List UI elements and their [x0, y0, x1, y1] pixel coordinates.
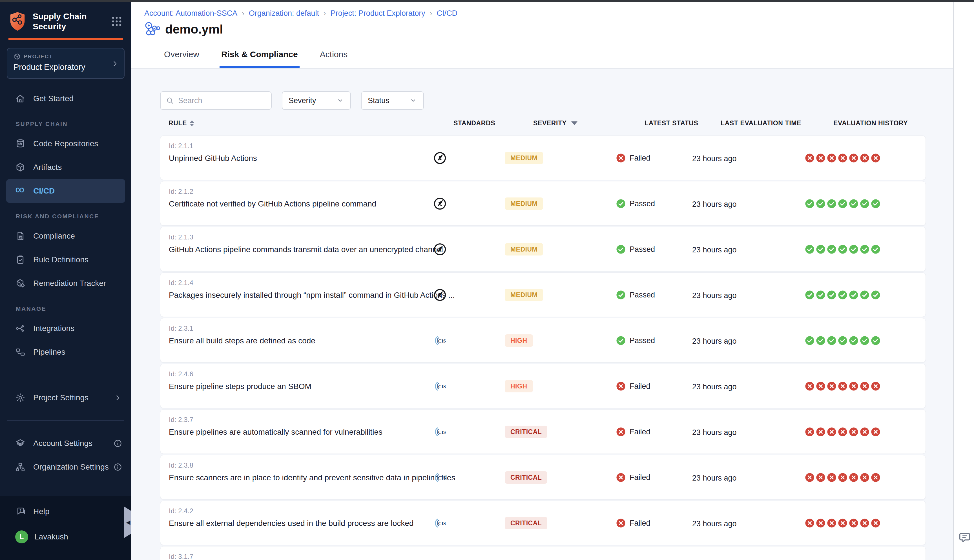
passed-icon[interactable] [849, 199, 859, 208]
passed-icon[interactable] [827, 245, 836, 254]
failed-icon[interactable] [805, 382, 814, 391]
sidebar-item-ci-cd[interactable]: ∞CI/CD [6, 179, 125, 203]
table-row[interactable]: Id: 2.1.3GitHub Actions pipeline command… [160, 227, 926, 271]
passed-icon[interactable] [816, 290, 826, 300]
sidebar-item-pipelines[interactable]: Pipelines [6, 340, 125, 364]
passed-icon[interactable] [816, 199, 826, 208]
failed-icon[interactable] [860, 153, 869, 163]
sidebar-item-integrations[interactable]: Integrations [6, 317, 125, 340]
passed-icon[interactable] [871, 199, 881, 208]
failed-icon[interactable] [871, 518, 881, 528]
failed-icon[interactable] [827, 473, 836, 482]
table-row[interactable]: Id: 3.1.7CISCRITICALFailed23 hours ago [160, 546, 926, 560]
failed-icon[interactable] [827, 382, 836, 391]
table-row[interactable]: Id: 2.4.6Ensure pipeline steps produce a… [160, 364, 926, 408]
failed-icon[interactable] [838, 473, 847, 482]
passed-icon[interactable] [860, 336, 869, 345]
severity-filter-dropdown[interactable]: Severity [282, 91, 351, 110]
failed-icon[interactable] [838, 427, 847, 437]
passed-icon[interactable] [849, 290, 859, 300]
table-row[interactable]: Id: 2.3.7Ensure pipelines are automatica… [160, 409, 926, 454]
passed-icon[interactable] [827, 336, 836, 345]
passed-icon[interactable] [838, 245, 847, 254]
passed-icon[interactable] [838, 290, 847, 300]
failed-icon[interactable] [838, 382, 847, 391]
failed-icon[interactable] [860, 518, 869, 528]
passed-icon[interactable] [838, 336, 847, 345]
passed-icon[interactable] [871, 336, 881, 345]
failed-icon[interactable] [849, 382, 859, 391]
sidebar-item-rule-definitions[interactable]: Rule Definitions [6, 248, 125, 272]
sidebar-item-account-settings[interactable]: Account Settings [6, 432, 125, 455]
tab-risk-compliance[interactable]: Risk & Compliance [220, 42, 300, 68]
passed-icon[interactable] [805, 245, 814, 254]
passed-icon[interactable] [838, 199, 847, 208]
failed-icon[interactable] [805, 473, 814, 482]
info-icon[interactable] [113, 463, 122, 472]
passed-icon[interactable] [805, 199, 814, 208]
failed-icon[interactable] [871, 382, 881, 391]
passed-icon[interactable] [827, 199, 836, 208]
failed-icon[interactable] [805, 427, 814, 437]
failed-icon[interactable] [827, 518, 836, 528]
failed-icon[interactable] [805, 518, 814, 528]
failed-icon[interactable] [816, 518, 826, 528]
sidebar-item-code-repositories[interactable]: Code Repositories [6, 132, 125, 155]
table-row[interactable]: Id: 2.3.8Ensure scanners are in place to… [160, 455, 926, 500]
failed-icon[interactable] [816, 153, 826, 163]
search-box[interactable] [160, 91, 272, 110]
failed-icon[interactable] [805, 153, 814, 163]
failed-icon[interactable] [838, 153, 847, 163]
failed-icon[interactable] [849, 518, 859, 528]
failed-icon[interactable] [816, 382, 826, 391]
table-row[interactable]: Id: 2.1.2Certificate not verified by Git… [160, 181, 926, 226]
passed-icon[interactable] [860, 199, 869, 208]
chat-assistant-icon[interactable] [958, 531, 971, 544]
table-row[interactable]: Id: 2.1.4Packages insecurely installed t… [160, 272, 926, 317]
failed-icon[interactable] [860, 473, 869, 482]
passed-icon[interactable] [860, 245, 869, 254]
passed-icon[interactable] [860, 290, 869, 300]
breadcrumb-link[interactable]: CI/CD [437, 9, 458, 18]
table-row[interactable]: Id: 2.3.1Ensure all build steps are defi… [160, 318, 926, 363]
failed-icon[interactable] [827, 427, 836, 437]
passed-icon[interactable] [805, 290, 814, 300]
sidebar-item-artifacts[interactable]: Artifacts [6, 155, 125, 179]
tab-actions[interactable]: Actions [318, 42, 349, 68]
search-input[interactable] [178, 96, 263, 105]
passed-icon[interactable] [849, 245, 859, 254]
user-menu[interactable]: L Lavakush [6, 525, 125, 549]
sidebar-item-get-started[interactable]: Get Started [6, 87, 125, 110]
sidebar-item-project-settings[interactable]: Project Settings [6, 386, 125, 410]
passed-icon[interactable] [849, 336, 859, 345]
passed-icon[interactable] [816, 245, 826, 254]
breadcrumb-link[interactable]: Organization: default [249, 9, 319, 18]
failed-icon[interactable] [827, 153, 836, 163]
failed-icon[interactable] [871, 153, 881, 163]
info-icon[interactable] [113, 439, 122, 448]
passed-icon[interactable] [805, 336, 814, 345]
failed-icon[interactable] [849, 473, 859, 482]
failed-icon[interactable] [838, 518, 847, 528]
passed-icon[interactable] [827, 290, 836, 300]
column-header-severity[interactable]: SEVERITY [533, 120, 577, 127]
failed-icon[interactable] [849, 427, 859, 437]
failed-icon[interactable] [816, 473, 826, 482]
failed-icon[interactable] [860, 427, 869, 437]
sidebar-item-remediation-tracker[interactable]: Remediation Tracker [6, 272, 125, 295]
sidebar-item-compliance[interactable]: Compliance [6, 224, 125, 248]
passed-icon[interactable] [871, 290, 881, 300]
table-row[interactable]: Id: 2.1.1Unpinned GitHub ActionsMEDIUMFa… [160, 135, 926, 180]
breadcrumb-link[interactable]: Account: Automation-SSCA [144, 9, 237, 18]
tab-overview[interactable]: Overview [162, 42, 201, 68]
failed-icon[interactable] [860, 382, 869, 391]
failed-icon[interactable] [871, 427, 881, 437]
app-grid-icon[interactable] [110, 15, 123, 28]
failed-icon[interactable] [871, 473, 881, 482]
passed-icon[interactable] [871, 245, 881, 254]
breadcrumb-link[interactable]: Project: Product Exploratory [330, 9, 425, 18]
column-header-rule[interactable]: RULE [168, 120, 194, 127]
sidebar-item-organization-settings[interactable]: Organization Settings [6, 455, 125, 479]
help-button[interactable]: ? Help [6, 500, 125, 523]
project-selector[interactable]: PROJECT Product Exploratory [7, 48, 125, 79]
